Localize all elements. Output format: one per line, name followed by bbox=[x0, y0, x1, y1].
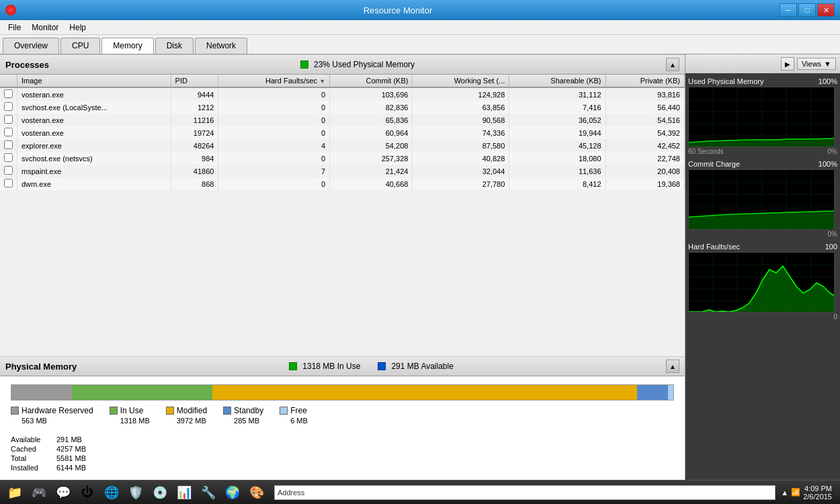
col-commit[interactable]: Commit (KB) bbox=[330, 75, 413, 87]
legend-item-hardware-reserved: Hardware Reserved 563 MB bbox=[11, 406, 93, 425]
chart-pct: 100% bbox=[818, 77, 837, 85]
table-row[interactable]: dwm.exe 868 0 40,668 27,780 8,412 19,368 bbox=[0, 177, 685, 190]
right-header: ▶ Views ▼ bbox=[685, 54, 840, 73]
views-dropdown-icon: ▼ bbox=[824, 60, 831, 68]
tab-memory[interactable]: Memory bbox=[101, 38, 153, 54]
col-pid[interactable]: PID bbox=[171, 75, 218, 87]
memory-indicator2: 291 MB Available bbox=[391, 362, 454, 371]
row-checkbox[interactable] bbox=[0, 101, 17, 114]
row-checkbox[interactable] bbox=[0, 126, 17, 139]
tab-cpu[interactable]: CPU bbox=[60, 38, 100, 54]
table-row[interactable]: vosteran.exe 19724 0 60,964 74,336 19,94… bbox=[0, 126, 685, 139]
row-working-set: 87,580 bbox=[413, 139, 509, 152]
tray-icon-up[interactable]: ▲ bbox=[781, 489, 788, 497]
stat-value: 6144 MB bbox=[56, 464, 86, 472]
row-shareable: 19,944 bbox=[509, 126, 605, 139]
row-working-set: 63,856 bbox=[413, 101, 509, 114]
taskbar-icon-disk[interactable]: 💿 bbox=[149, 482, 171, 503]
table-row[interactable]: vosteran.exe 9444 0 103,696 124,928 31,1… bbox=[0, 87, 685, 101]
row-working-set: 74,336 bbox=[413, 126, 509, 139]
process-section: Processes 23% Used Physical Memory ▲ Ima… bbox=[0, 54, 685, 356]
memory-collapse-button[interactable]: ▲ bbox=[666, 360, 679, 373]
col-hard-faults[interactable]: Hard Faults/sec ▼ bbox=[218, 75, 330, 87]
clock-time: 4:09 PM bbox=[803, 485, 832, 493]
close-button[interactable]: ✕ bbox=[817, 3, 835, 17]
taskbar-icon-paint[interactable]: 🎨 bbox=[246, 482, 267, 503]
stat-value: 5581 MB bbox=[56, 454, 86, 462]
col-private[interactable]: Private (KB) bbox=[605, 75, 684, 87]
row-hard-faults: 0 bbox=[218, 152, 330, 165]
chart-title: Used Physical Memory bbox=[688, 77, 763, 85]
chart-canvas bbox=[688, 87, 835, 147]
chart-panel: Used Physical Memory 100% 60 Seconds 0% … bbox=[685, 73, 840, 480]
taskbar-icon-power[interactable]: ⏻ bbox=[77, 482, 98, 503]
stat-available: Available 291 MB bbox=[11, 435, 86, 444]
col-checkbox bbox=[0, 75, 17, 87]
processes-collapse-button[interactable]: ▲ bbox=[666, 58, 679, 71]
tab-overview[interactable]: Overview bbox=[3, 38, 59, 54]
row-shareable: 36,052 bbox=[509, 114, 605, 126]
taskbar-icon-folder[interactable]: 📁 bbox=[4, 482, 26, 503]
row-checkbox[interactable] bbox=[0, 177, 17, 190]
stat-label: Total bbox=[11, 454, 51, 462]
taskbar-icon-shield[interactable]: 🛡️ bbox=[125, 482, 146, 503]
address-input[interactable] bbox=[307, 489, 772, 497]
taskbar-icon-game[interactable]: 🎮 bbox=[28, 482, 50, 503]
clock-date: 2/6/2015 bbox=[803, 493, 832, 501]
menu-bar: File Monitor Help bbox=[0, 20, 840, 35]
row-checkbox[interactable] bbox=[0, 165, 17, 177]
col-image[interactable]: Image bbox=[17, 75, 171, 87]
views-button[interactable]: Views ▼ bbox=[797, 58, 836, 70]
row-checkbox[interactable] bbox=[0, 114, 17, 126]
legend-value: 3972 MB bbox=[166, 417, 207, 425]
row-working-set: 27,780 bbox=[413, 177, 509, 190]
processes-header: Processes 23% Used Physical Memory ▲ bbox=[0, 54, 685, 75]
row-private: 54,392 bbox=[605, 126, 684, 139]
title-bar: Resource Monitor ─ □ ✕ bbox=[0, 0, 840, 20]
left-panel: Processes 23% Used Physical Memory ▲ Ima… bbox=[0, 54, 685, 480]
stat-cached: Cached 4257 MB bbox=[11, 445, 86, 453]
app-icon bbox=[5, 5, 16, 15]
chart-bottom-labels: 0% bbox=[688, 230, 837, 239]
menu-monitor[interactable]: Monitor bbox=[26, 22, 64, 34]
table-row[interactable]: svchost.exe (LocalSyste... 1212 0 82,836… bbox=[0, 101, 685, 114]
taskbar-icon-earth[interactable]: 🌍 bbox=[222, 482, 243, 503]
legend-swatch bbox=[110, 407, 118, 415]
menu-help[interactable]: Help bbox=[64, 22, 91, 34]
row-checkbox[interactable] bbox=[0, 87, 17, 101]
tab-network[interactable]: Network bbox=[195, 38, 247, 54]
col-working-set[interactable]: Working Set (... bbox=[413, 75, 509, 87]
legend-swatch bbox=[166, 407, 174, 415]
row-checkbox[interactable] bbox=[0, 139, 17, 152]
table-row[interactable]: vosteran.exe 11216 0 65,836 90,568 36,05… bbox=[0, 114, 685, 126]
row-pid: 19724 bbox=[171, 126, 218, 139]
taskbar-icon-globe[interactable]: 🌐 bbox=[101, 482, 122, 503]
row-image: mspaint.exe bbox=[17, 165, 171, 177]
menu-file[interactable]: File bbox=[3, 22, 26, 34]
col-shareable[interactable]: Shareable (KB) bbox=[509, 75, 605, 87]
row-image: svchost.exe (LocalSyste... bbox=[17, 101, 171, 114]
expand-button[interactable]: ▶ bbox=[781, 57, 794, 71]
row-image: vosteran.exe bbox=[17, 114, 171, 126]
table-row[interactable]: svchost.exe (netsvcs) 984 0 257,328 40,8… bbox=[0, 152, 685, 165]
row-checkbox[interactable] bbox=[0, 152, 17, 165]
table-row[interactable]: mspaint.exe 41860 7 21,424 32,044 11,636… bbox=[0, 165, 685, 177]
row-private: 56,440 bbox=[605, 101, 684, 114]
chart-title-row: Commit Charge 100% bbox=[688, 159, 837, 169]
chart-title-row: Used Physical Memory 100% bbox=[688, 76, 837, 87]
taskbar-icon-wrench[interactable]: 🔧 bbox=[198, 482, 219, 503]
row-commit: 65,836 bbox=[330, 114, 413, 126]
table-row[interactable]: explorer.exe 48264 4 54,208 87,580 45,12… bbox=[0, 139, 685, 152]
row-working-set: 124,928 bbox=[413, 87, 509, 101]
taskbar-icon-monitor[interactable]: 📊 bbox=[173, 482, 195, 503]
minimize-button[interactable]: ─ bbox=[780, 3, 797, 17]
legend-swatch bbox=[280, 407, 288, 415]
chart-item-1: Commit Charge 100% 0% bbox=[688, 159, 837, 239]
tab-disk[interactable]: Disk bbox=[155, 38, 194, 54]
legend-label-text: In Use bbox=[120, 406, 144, 415]
taskbar-icon-chat[interactable]: 💬 bbox=[52, 482, 74, 503]
chart-bottom-left: 60 Seconds bbox=[688, 148, 724, 155]
process-table-container[interactable]: Image PID Hard Faults/sec ▼ Commit (KB) … bbox=[0, 75, 685, 356]
maximize-button[interactable]: □ bbox=[798, 3, 816, 17]
memory-stats: Available 291 MB Cached 4257 MB Total 55… bbox=[11, 433, 674, 472]
